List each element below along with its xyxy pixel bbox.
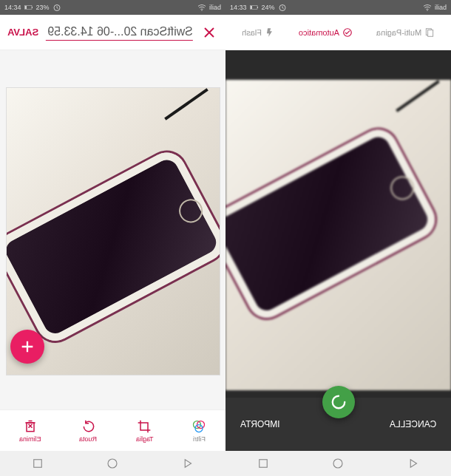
crop-button[interactable]: Taglia (136, 419, 154, 443)
alarm-icon (52, 3, 61, 12)
flash-icon (265, 27, 275, 38)
svg-point-4 (201, 10, 203, 11)
status-battery: 23% (36, 4, 50, 11)
rotate-button[interactable]: Ruota (79, 419, 97, 443)
camera-actions: IMPORTA CANCELLA (226, 398, 451, 451)
add-page-fab[interactable] (10, 330, 44, 364)
flash-mode-button[interactable]: Flash (242, 27, 275, 38)
multipage-mode-button[interactable]: Multi-Pagina (376, 27, 435, 38)
status-carrier: iliad (209, 4, 221, 11)
camera-preview[interactable] (226, 80, 451, 390)
status-bar: 14:34 23% iliad (0, 0, 226, 15)
battery-icon (250, 3, 259, 12)
filter-button[interactable]: Filtri (191, 419, 206, 443)
cancel-button[interactable]: CANCELLA (390, 419, 436, 429)
scan-title-input[interactable]: SwiftScan 20...-06 14.33.59 (46, 24, 193, 41)
auto-icon (342, 27, 353, 38)
multipage-icon (424, 27, 435, 38)
nav-recent-button[interactable] (257, 457, 270, 470)
svg-rect-19 (260, 460, 268, 468)
svg-rect-17 (34, 460, 42, 468)
spinner-icon (330, 394, 347, 410)
battery-icon (24, 3, 33, 12)
status-carrier: iliad (435, 4, 447, 11)
trash-icon (23, 419, 38, 434)
svg-rect-1 (24, 6, 27, 9)
camera-modes: Flash Automatico Multi-Pagina (226, 15, 451, 50)
svg-point-13 (427, 10, 428, 11)
status-bar: 14:33 24% iliad (226, 0, 451, 15)
filter-icon (191, 419, 206, 434)
status-time: 14:34 (4, 4, 21, 11)
wifi-icon (197, 3, 206, 12)
system-nav-bar (0, 451, 451, 476)
scan-preview-image[interactable] (6, 87, 220, 375)
svg-point-20 (333, 459, 342, 468)
auto-mode-button[interactable]: Automatico (299, 27, 353, 38)
capture-button[interactable] (322, 386, 355, 418)
svg-rect-10 (250, 6, 252, 9)
plus-icon (19, 339, 35, 355)
crop-label: Taglia (136, 435, 154, 443)
multipage-label: Multi-Pagina (376, 28, 421, 37)
wifi-icon (423, 3, 432, 12)
nav-home-button[interactable] (331, 457, 345, 470)
scan-preview-area (0, 50, 226, 409)
svg-rect-5 (27, 423, 34, 432)
svg-rect-2 (32, 7, 33, 8)
nav-recent-button[interactable] (31, 457, 44, 470)
crop-icon (137, 419, 152, 434)
status-time: 14:33 (230, 4, 247, 11)
edit-header: SwiftScan 20...-06 14.33.59 SALVA (0, 15, 226, 50)
nav-back-button[interactable] (407, 457, 420, 470)
nav-home-button[interactable] (106, 457, 119, 470)
svg-rect-11 (257, 7, 258, 8)
close-button[interactable] (200, 24, 218, 41)
save-button[interactable]: SALVA (7, 27, 38, 38)
filter-label: Filtri (193, 435, 206, 443)
nav-back-button[interactable] (181, 457, 194, 470)
status-battery: 24% (262, 4, 275, 11)
camera-viewfinder (226, 50, 451, 398)
flash-label: Flash (242, 28, 262, 37)
svg-point-18 (108, 459, 117, 468)
edit-toolbar: Elimina Ruota Taglia Filtri (0, 409, 226, 451)
camera-scan-screen: 14:33 24% iliad Flash Automatico Multi- (226, 0, 451, 451)
delete-label: Elimina (19, 435, 41, 443)
close-icon (203, 26, 216, 39)
auto-label: Automatico (299, 28, 339, 37)
delete-button[interactable]: Elimina (19, 419, 41, 443)
alarm-icon (278, 3, 287, 12)
edit-scan-screen: 14:34 23% iliad SwiftScan 20...-06 14.33… (0, 0, 226, 451)
rotate-icon (81, 419, 96, 434)
svg-rect-16 (428, 30, 433, 37)
import-button[interactable]: IMPORTA (240, 419, 280, 429)
rotate-label: Ruota (79, 435, 97, 443)
